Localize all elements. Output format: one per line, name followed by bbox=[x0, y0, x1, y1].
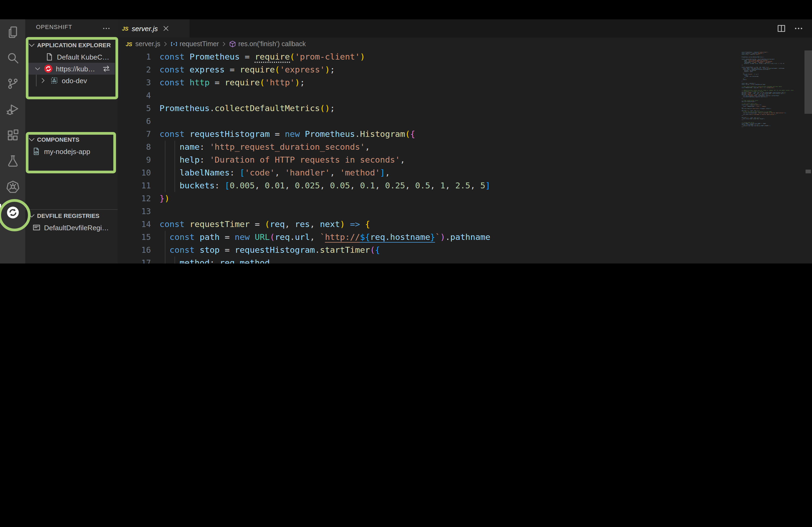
code-line-16[interactable]: 16 const stop = requestHistogram.startTi… bbox=[118, 244, 812, 257]
code-line-15[interactable]: 15 const path = new URL(req.url, `http:/… bbox=[118, 231, 812, 244]
tree-item-default-devfile-registry[interactable]: DefaultDevfileRegi… bbox=[25, 222, 118, 234]
tree-item-default-kubecontext[interactable]: Default KubeC… bbox=[25, 51, 118, 63]
code-line-7[interactable]: 7const requestHistogram = new Prometheus… bbox=[118, 128, 812, 140]
indent-guide bbox=[36, 75, 37, 86]
editor-scrollbar[interactable] bbox=[804, 50, 812, 264]
more-actions-icon[interactable] bbox=[102, 24, 113, 33]
symbol-function-icon bbox=[229, 40, 236, 48]
section-application-explorer[interactable]: APPLICATION EXPLORER bbox=[25, 39, 118, 51]
activity-item-openshift[interactable] bbox=[0, 200, 25, 225]
chevron-right-icon bbox=[220, 41, 227, 47]
activity-item-search[interactable] bbox=[0, 45, 25, 71]
workbench: OPENSHIFT APPLICATION EXPLORER Default K… bbox=[0, 19, 812, 264]
line-number: 7 bbox=[118, 128, 151, 140]
scrollbar-thumb[interactable] bbox=[804, 50, 812, 114]
code-text: const express = require('express'); bbox=[160, 63, 812, 76]
section-components[interactable]: COMPONENTS bbox=[25, 134, 118, 146]
activity-bar bbox=[0, 19, 25, 264]
tab-server-js[interactable]: JS server.js bbox=[118, 19, 190, 37]
js-badge-icon: JS bbox=[126, 40, 133, 48]
indent-guide bbox=[175, 257, 175, 264]
activity-bar-top bbox=[0, 19, 25, 225]
code-text: const requestTimer = (req, res, next) =>… bbox=[160, 218, 812, 231]
beaker-icon bbox=[6, 154, 19, 167]
debug-icon bbox=[6, 103, 19, 116]
line-number: 3 bbox=[118, 76, 151, 89]
indent-guide bbox=[165, 179, 165, 192]
tree-item-my-nodejs-app[interactable]: my-nodejs-app bbox=[25, 146, 118, 157]
search-icon bbox=[6, 51, 19, 64]
tab-strip: JS server.js bbox=[118, 19, 812, 37]
code-line-13[interactable]: 13 bbox=[118, 205, 812, 218]
code-line-17[interactable]: 17 method: req.method, bbox=[118, 257, 812, 264]
close-icon[interactable] bbox=[162, 25, 170, 32]
sidebar-openshift: OPENSHIFT APPLICATION EXPLORER Default K… bbox=[25, 19, 118, 264]
project-icon bbox=[50, 76, 59, 85]
code-line-12[interactable]: 12}) bbox=[118, 192, 812, 205]
tree-item-cluster-url[interactable]: https://kub… bbox=[28, 63, 115, 75]
kubernetes-icon bbox=[6, 180, 19, 193]
chevron-down-icon bbox=[27, 41, 36, 49]
activity-item-debug[interactable] bbox=[0, 96, 25, 122]
code-line-10[interactable]: 10 labelNames: ['code', 'handler', 'meth… bbox=[118, 166, 812, 179]
line-number: 15 bbox=[118, 231, 151, 244]
code-line-3[interactable]: 3const http = require('http'); bbox=[118, 76, 812, 89]
chevron-down-icon bbox=[27, 211, 36, 220]
line-number: 4 bbox=[118, 89, 151, 102]
code-line-4[interactable]: 4 bbox=[118, 89, 812, 102]
registry-icon bbox=[32, 223, 41, 232]
switch-context-icon[interactable] bbox=[102, 64, 111, 73]
split-editor-icon[interactable] bbox=[777, 24, 786, 33]
code-line-1[interactable]: 1const Prometheus = require('prom-client… bbox=[118, 50, 812, 63]
code-line-6[interactable]: 6 bbox=[118, 115, 812, 128]
breadcrumb-item[interactable]: requestTimer bbox=[170, 40, 219, 48]
code-text: labelNames: ['code', 'handler', 'method'… bbox=[160, 166, 812, 179]
tree-item-odo-dev[interactable]: odo-dev bbox=[25, 75, 118, 86]
line-number: 9 bbox=[118, 153, 151, 166]
activity-item-files[interactable] bbox=[0, 19, 25, 45]
indent-guide bbox=[165, 257, 165, 264]
line-number: 10 bbox=[118, 166, 151, 179]
file-icon bbox=[45, 52, 54, 61]
line-number: 12 bbox=[118, 192, 151, 205]
code-line-2[interactable]: 2const express = require('express'); bbox=[118, 63, 812, 76]
activity-item-kubernetes[interactable] bbox=[0, 174, 25, 200]
section-devfile-registries[interactable]: DEVFILE REGISTRIES bbox=[25, 210, 118, 222]
code-area[interactable]: 1const Prometheus = require('prom-client… bbox=[118, 50, 812, 264]
code-text: const requestHistogram = new Prometheus.… bbox=[160, 128, 812, 140]
line-number: 13 bbox=[118, 205, 151, 218]
breadcrumb: JSserver.jsrequestTimerres.on('finish') … bbox=[118, 37, 812, 50]
code-line-8[interactable]: 8 name: 'http_request_duration_seconds', bbox=[118, 140, 812, 153]
breadcrumb-item[interactable]: JSserver.js bbox=[126, 40, 160, 48]
code-line-11[interactable]: 11 buckets: [0.005, 0.01, 0.025, 0.05, 0… bbox=[118, 179, 812, 192]
breadcrumb-item[interactable]: res.on('finish') callback bbox=[229, 40, 306, 48]
window-titlebar bbox=[0, 0, 812, 19]
line-number: 8 bbox=[118, 140, 151, 153]
activity-item-scm[interactable] bbox=[0, 71, 25, 96]
editor-actions bbox=[777, 19, 812, 37]
indent-guide bbox=[175, 166, 175, 179]
chevron-right-icon bbox=[39, 77, 47, 84]
code-text: const http = require('http'); bbox=[160, 76, 812, 89]
line-number: 5 bbox=[118, 102, 151, 115]
editor[interactable]: 1const Prometheus = require('prom-client… bbox=[118, 50, 812, 264]
code-line-9[interactable]: 9 help: 'Duration of HTTP requests in se… bbox=[118, 153, 812, 166]
sidebar-title: OPENSHIFT bbox=[36, 24, 72, 30]
activity-item-extensions[interactable] bbox=[0, 122, 25, 148]
code-text: Prometheus.collectDefaultMetrics(); bbox=[160, 102, 812, 115]
indent-guide bbox=[165, 231, 165, 244]
indent-guide bbox=[175, 140, 175, 153]
section-label: DEVFILE REGISTRIES bbox=[37, 212, 99, 219]
activity-item-beaker[interactable] bbox=[0, 148, 25, 174]
chevron-right-icon bbox=[162, 41, 168, 47]
code-line-5[interactable]: 5Prometheus.collectDefaultMetrics(); bbox=[118, 102, 812, 115]
code-line-14[interactable]: 14const requestTimer = (req, res, next) … bbox=[118, 218, 812, 231]
component-icon bbox=[32, 147, 41, 156]
code-text: }) bbox=[160, 192, 812, 205]
indent-guide bbox=[165, 140, 165, 153]
tab-label: server.js bbox=[132, 25, 158, 32]
vscode-window: OPENSHIFT APPLICATION EXPLORER Default K… bbox=[0, 0, 812, 264]
active-view-indicator bbox=[0, 204, 1, 221]
more-actions-icon[interactable] bbox=[794, 24, 803, 33]
section-label: COMPONENTS bbox=[37, 136, 79, 143]
